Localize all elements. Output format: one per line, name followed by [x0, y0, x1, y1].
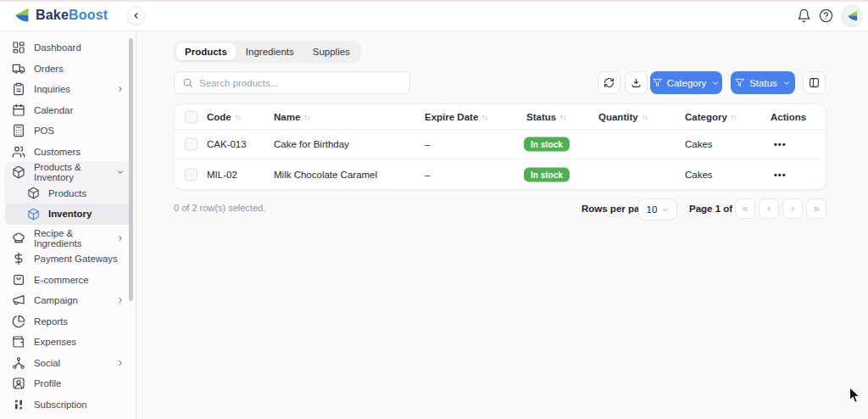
table-footer: 0 of 2 row(s) selected. Rows per page 10… [174, 198, 826, 221]
bell-icon[interactable] [797, 8, 811, 23]
sidebar-item-ecommerce[interactable]: E-commerce [0, 270, 136, 291]
columns-toggle-button[interactable] [803, 71, 826, 94]
tab-supplies[interactable]: Supplies [304, 43, 359, 60]
pie-chart-icon [12, 315, 25, 328]
row-actions-button[interactable]: ••• [774, 170, 787, 180]
chef-hat-icon [12, 232, 25, 245]
sidebar-item-reports[interactable]: Reports [0, 311, 136, 332]
calendar-icon [12, 103, 25, 117]
megaphone-icon [12, 293, 25, 307]
cell-code: MIL-02 [207, 170, 237, 180]
sidebar-item-customers[interactable]: Customers [0, 142, 136, 163]
column-header-category[interactable]: Category↑↓ [685, 112, 737, 122]
refresh-button[interactable] [598, 71, 620, 94]
share-network-icon [12, 356, 25, 370]
rows-per-page-select[interactable]: 10 [638, 198, 677, 221]
sidebar-item-social[interactable]: Social [0, 353, 136, 374]
app-window: BakeBoost Inven [0, 0, 868, 419]
row-checkbox[interactable] [185, 168, 198, 181]
users-icon [12, 145, 25, 159]
sidebar-item-inquiries[interactable]: Inquiries [0, 79, 136, 100]
sidebar-scrollbar[interactable] [129, 38, 133, 301]
search-input[interactable] [199, 78, 402, 88]
column-header-status[interactable]: Status↑↓ [526, 112, 565, 122]
chevron-right-icon [116, 296, 125, 304]
cell-category: Cakes [685, 139, 713, 149]
column-header-actions: Actions [771, 112, 806, 122]
cell-expire-date: – [425, 139, 430, 149]
table-row: MIL-02 Milk Chocolate Caramel – In stock… [175, 159, 826, 189]
brand-logo[interactable]: BakeBoost [13, 6, 108, 24]
sort-icon: ↑↓ [731, 113, 737, 121]
sidebar-item-products-inventory[interactable]: Products & Inventory [5, 162, 131, 183]
sidebar-nav: Dashboard Orders Inquiries Calendar [0, 37, 136, 415]
dollar-icon [12, 252, 25, 265]
tab-products[interactable]: Products [176, 43, 236, 60]
sidebar-item-calendar[interactable]: Calendar [0, 100, 136, 121]
chevron-right-icon [116, 234, 125, 243]
sidebar-item-profile[interactable]: Profile [0, 373, 136, 394]
sidebar-item-subscription[interactable]: Subscription [0, 394, 136, 416]
search-box [174, 71, 410, 94]
sort-icon: ↑↓ [481, 113, 487, 121]
sidebar-item-products[interactable]: Products [5, 183, 131, 204]
sidebar-item-campaign[interactable]: Campaign [0, 290, 136, 311]
category-filter-button[interactable]: Category [650, 71, 722, 94]
sidebar-divider [136, 0, 136, 419]
search-icon [182, 77, 193, 88]
sidebar-group-products-inventory: Products & Inventory Products Inventory [5, 162, 131, 225]
inventory-tabs: Products Ingredients Supplies [174, 41, 361, 63]
sort-icon: ↑↓ [559, 113, 565, 121]
page-indicator: Page 1 of 1 [689, 204, 741, 214]
column-header-code[interactable]: Code↑↓ [207, 112, 241, 122]
wallet-icon [12, 335, 25, 349]
sidebar-item-pos[interactable]: POS [0, 120, 136, 142]
top-edge-strip [0, 0, 868, 2]
chevron-right-icon [116, 359, 125, 367]
previous-page-button[interactable]: ‹ [759, 198, 779, 219]
sidebar-item-recipe-ingredients[interactable]: Recipe & Ingredients [0, 228, 136, 249]
help-icon[interactable] [819, 8, 833, 23]
column-header-quantity[interactable]: Quantity↑↓ [598, 112, 648, 122]
tab-ingredients[interactable]: Ingredients [237, 43, 303, 60]
truck-icon [12, 62, 25, 75]
inventory-table: Code↑↓ Name↑↓ Expire Date↑↓ Status↑↓ Qua… [174, 103, 826, 190]
chevron-down-icon [661, 206, 669, 214]
sort-icon: ↑↓ [642, 113, 648, 121]
sidebar-item-expenses[interactable]: Expenses [0, 332, 136, 353]
selected-rows-text: 0 of 2 row(s) selected. [174, 203, 265, 213]
funnel-icon [653, 78, 662, 87]
sort-icon: ↑↓ [303, 113, 309, 121]
funnel-icon [735, 78, 744, 87]
first-page-button[interactable]: « [735, 198, 755, 219]
clipboard-icon [12, 82, 25, 96]
topbar-actions [797, 0, 863, 31]
sidebar-item-dashboard[interactable]: Dashboard [0, 37, 136, 59]
table-header-row: Code↑↓ Name↑↓ Expire Date↑↓ Status↑↓ Qua… [175, 104, 826, 130]
main-content: Products Ingredients Supplies Category [136, 31, 868, 419]
shopping-bag-icon [12, 273, 25, 287]
sort-icon: ↑↓ [235, 113, 241, 121]
status-filter-button[interactable]: Status [731, 71, 795, 94]
avatar[interactable] [841, 5, 863, 27]
chevron-right-icon [116, 85, 125, 93]
sidebar-item-orders[interactable]: Orders [0, 59, 136, 80]
row-checkbox[interactable] [185, 138, 198, 151]
sidebar: Dashboard Orders Inquiries Calendar [0, 31, 136, 419]
select-all-checkbox[interactable] [185, 110, 198, 123]
chevron-down-icon [711, 79, 720, 87]
download-button[interactable] [625, 71, 648, 94]
next-page-button[interactable]: › [782, 198, 803, 219]
table-row: CAK-013 Cake for Birthday – In stock Cak… [175, 130, 826, 159]
column-header-expire-date[interactable]: Expire Date↑↓ [425, 112, 487, 122]
sidebar-item-inventory[interactable]: Inventory [5, 204, 131, 225]
cell-expire-date: – [425, 170, 430, 180]
status-badge: In stock [524, 137, 570, 152]
row-actions-button[interactable]: ••• [774, 139, 787, 149]
cell-code: CAK-013 [207, 139, 247, 149]
sidebar-item-payment-gateways[interactable]: Payment Gateways [0, 249, 136, 270]
sidebar-collapse-button[interactable] [127, 7, 145, 25]
column-header-name[interactable]: Name↑↓ [274, 112, 309, 122]
last-page-button[interactable]: » [806, 198, 826, 219]
columns-icon [809, 77, 820, 88]
